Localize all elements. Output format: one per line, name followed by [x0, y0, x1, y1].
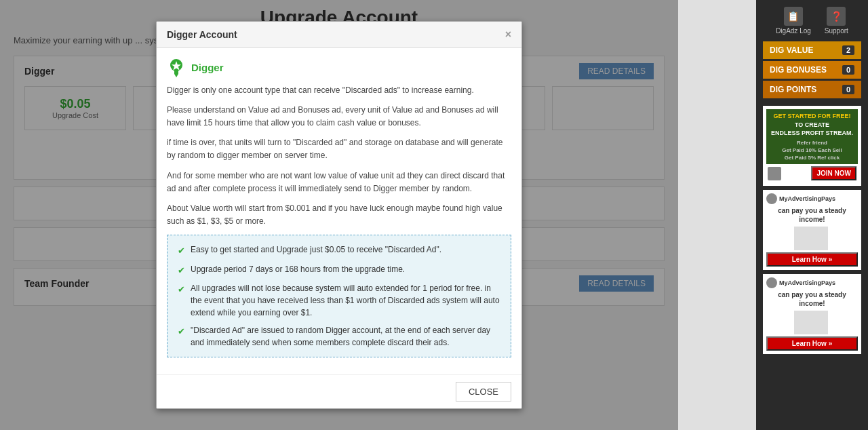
highlight-item: ✔"Discarded Ad" are issued to random Dig… [178, 324, 500, 349]
support-icon: ❓ [827, 7, 846, 26]
svg-marker-3 [174, 74, 178, 77]
support-item[interactable]: ❓ Support [825, 7, 848, 35]
ad2-text: can pay you a steady income! [766, 206, 858, 224]
dig-points-badge: 0 [842, 85, 854, 94]
check-icon: ✔ [178, 283, 185, 296]
dig-points-button[interactable]: DIG POINTS 0 [763, 81, 861, 98]
digger-heading: Digger [167, 58, 511, 77]
ad3-text: can pay you a steady income! [766, 290, 858, 308]
svg-rect-2 [174, 71, 178, 74]
modal-body: Digger Digger is only one account type t… [157, 48, 521, 375]
log-icon: 📋 [784, 7, 803, 26]
dig-value-button[interactable]: DIG VALUE 2 [763, 41, 861, 59]
ad1-green: GET STARTED FOR FREE! TO CREATE ENDLESS … [766, 109, 858, 164]
log-label: DigAdz Log [776, 27, 811, 35]
modal-overlay: Digger Account × Digger Digger is only o… [0, 0, 678, 430]
ad3-image [794, 311, 828, 334]
modal-para1: Digger is only one account type that can… [167, 84, 511, 97]
modal-dialog: Digger Account × Digger Digger is only o… [156, 21, 522, 410]
check-icon: ✔ [178, 244, 185, 258]
modal-para5: About Value worth will start from $0.001… [167, 202, 511, 228]
modal-title: Digger Account [167, 29, 237, 40]
dig-bonuses-badge: 0 [842, 65, 854, 75]
digadz-log-item[interactable]: 📋 DigAdz Log [776, 7, 811, 35]
modal-para2: Please understand on Value ad and Bonuse… [167, 104, 511, 130]
ad2-image [794, 227, 828, 250]
ad1-join-button[interactable]: JOIN NOW [811, 166, 856, 180]
highlight-item: ✔Easy to get started and Upgrade just $0… [178, 243, 500, 258]
close-button[interactable]: CLOSE [456, 382, 511, 402]
modal-close-x-button[interactable]: × [505, 28, 511, 41]
ad-box-2: MyAdvertisingPays can pay you a steady i… [763, 190, 861, 270]
highlight-item: ✔All upgrades will not lose because syst… [178, 282, 500, 319]
ad1-logo [768, 167, 781, 180]
modal-header: Digger Account × [157, 22, 521, 48]
ad-box-3: MyAdvertisingPays can pay you a steady i… [763, 274, 861, 354]
modal-footer: CLOSE [157, 374, 521, 408]
ad2-logo [766, 193, 777, 204]
ad-box-1: GET STARTED FOR FREE! TO CREATE ENDLESS … [763, 106, 861, 186]
modal-para3: if time is over, that units will turn to… [167, 136, 511, 162]
ad3-title: MyAdvertisingPays [779, 279, 835, 288]
check-icon: ✔ [178, 264, 185, 277]
dig-value-badge: 2 [842, 45, 854, 55]
digger-modal-label: Digger [191, 62, 224, 73]
ad3-logo [766, 277, 777, 288]
ad3-learn-button[interactable]: Learn How » [766, 336, 858, 351]
dig-bonuses-button[interactable]: DIG BONUSES 0 [763, 61, 861, 79]
check-icon: ✔ [178, 325, 185, 338]
modal-highlight-box: ✔Easy to get started and Upgrade just $0… [167, 235, 511, 357]
ad2-title: MyAdvertisingPays [779, 195, 835, 203]
support-label: Support [825, 27, 848, 35]
digger-medal-icon [167, 58, 186, 77]
ad2-learn-button[interactable]: Learn How » [766, 252, 858, 267]
sidebar-top: 📋 DigAdz Log ❓ Support [769, 3, 855, 38]
highlight-item: ✔Upgrade period 7 days or 168 hours from… [178, 263, 500, 277]
modal-para4: And for some member who are not want low… [167, 170, 511, 195]
sidebar: 📋 DigAdz Log ❓ Support DIG VALUE 2 DIG B… [756, 0, 868, 430]
